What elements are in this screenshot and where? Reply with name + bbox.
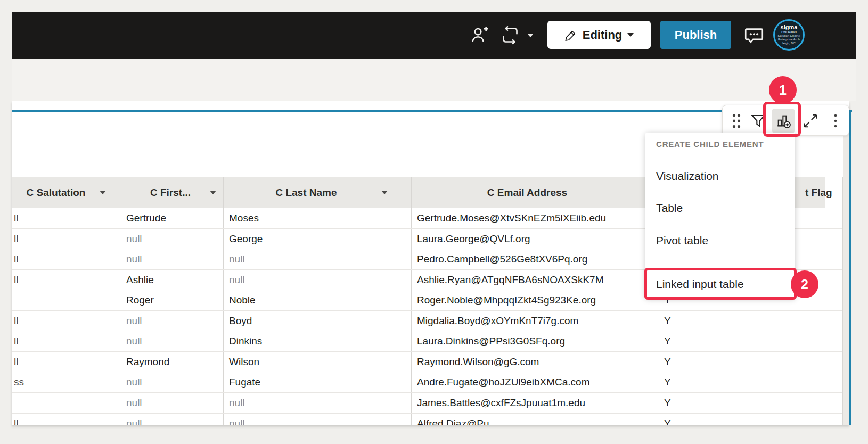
table-cell[interactable]: null (229, 249, 245, 269)
table-cell[interactable]: null (126, 372, 142, 392)
menu-header: CREATE CHILD ELEMENT (656, 137, 764, 152)
annotation-box-create-child (763, 102, 801, 137)
table-cell[interactable]: ll (14, 208, 18, 228)
table-cell[interactable]: ll (14, 249, 18, 269)
table-cell[interactable]: null (126, 331, 142, 351)
table-cell[interactable]: Y (664, 351, 671, 372)
refresh-dropdown-caret[interactable] (525, 12, 536, 59)
comments-button[interactable] (740, 12, 768, 59)
table-cell[interactable]: Y (664, 310, 671, 331)
table-cell[interactable]: Ashlie (126, 269, 154, 290)
table-cell[interactable]: Pedro.Campbell@526Ge8tXV6Pq.org (417, 249, 587, 269)
more-options-button[interactable] (825, 105, 846, 136)
menu-item-pivot-table[interactable]: Pivot table (656, 230, 784, 251)
publish-label: Publish (675, 28, 717, 42)
editing-label: Editing (583, 28, 623, 42)
table-cell[interactable]: Alfred.Diaz@Pu (417, 413, 489, 426)
table-cell[interactable]: Roger.Noble@MhpqqIZkt4Sg923Ke.org (417, 290, 596, 310)
table-cell[interactable]: Wilson (229, 351, 259, 372)
table-cell[interactable]: null (126, 249, 142, 269)
avatar-line2: Solution Engine (777, 34, 800, 38)
drag-handle-icon (732, 113, 741, 129)
table-cell[interactable]: ll (14, 331, 18, 351)
publish-button[interactable]: Publish (660, 21, 731, 49)
table-cell[interactable]: Laura.George@QVLf.org (417, 228, 530, 249)
table-cell[interactable]: George (229, 228, 263, 249)
avatar-line4: leigh, NC (782, 42, 796, 45)
avatar-line3: Enterprise Arch (778, 38, 800, 42)
table-cell[interactable]: ll (14, 269, 18, 290)
table-cell[interactable]: Migdalia.Boyd@xOYmKnT7i7g.com (417, 310, 578, 331)
comments-icon (743, 24, 765, 46)
table-row[interactable]: nullnullJames.Battles@cxfFZsJpuuat1m.edu… (12, 392, 842, 413)
kebab-menu-icon (830, 113, 841, 129)
table-cell[interactable]: Y (664, 372, 671, 392)
table-cell[interactable]: null (126, 310, 142, 331)
table-row[interactable]: ssnullFugateAndre.Fugate@hoJZUl9eibXMCa.… (12, 372, 842, 392)
column-menu-caret-icon[interactable] (210, 191, 216, 194)
table-cell[interactable]: Raymond.Wilson@gG.com (417, 351, 539, 372)
table-cell[interactable]: null (229, 269, 245, 290)
table-cell[interactable]: null (126, 228, 142, 249)
refresh-schedule-button[interactable] (497, 12, 523, 59)
table-row[interactable]: llnullDinkinsLaura.Dinkins@PPsi3G0SFq.or… (12, 331, 842, 351)
annotation-box-linked-input-table (644, 268, 797, 300)
table-row[interactable]: llnullnullAlfred.Diaz@PuY (12, 413, 842, 426)
table-cell[interactable]: Y (664, 392, 671, 413)
row-border (12, 392, 842, 393)
column-border (223, 177, 224, 425)
table-cell[interactable]: null (126, 392, 142, 413)
vertical-scrollbar[interactable] (843, 112, 849, 425)
refresh-icon (499, 24, 521, 46)
column-header-last-name[interactable]: C Last Name (275, 177, 337, 208)
table-cell[interactable]: Y (664, 331, 671, 351)
table-row[interactable]: llRaymondWilsonRaymond.Wilson@gG.comY (12, 351, 842, 372)
table-cell[interactable]: Moses (229, 208, 259, 228)
invite-user-button[interactable] (467, 12, 492, 59)
table-cell[interactable]: ll (14, 351, 18, 372)
table-row[interactable]: llnullBoydMigdalia.Boyd@xOYmKnT7i7g.comY (12, 310, 842, 331)
editing-mode-button[interactable]: Editing (547, 21, 651, 49)
annotation-step-1-number: 1 (779, 83, 787, 98)
menu-item-visualization[interactable]: Visualization (656, 166, 784, 187)
column-header-flag[interactable]: t Flag (805, 177, 832, 208)
column-header-first-name[interactable]: C First... (150, 177, 191, 208)
user-avatar[interactable]: sigma Phil Ballei Solution Engine Enterp… (773, 19, 805, 51)
table-cell[interactable]: Dinkins (229, 331, 262, 351)
table-cell[interactable]: ll (14, 310, 18, 331)
table-cell[interactable]: Andre.Fugate@hoJZUl9eibXMCa.com (417, 372, 589, 392)
row-border (12, 413, 842, 414)
row-border (12, 310, 842, 311)
drag-handle[interactable] (728, 105, 745, 136)
column-border (121, 177, 121, 425)
annotation-step-1: 1 (769, 76, 797, 104)
column-header-salutation[interactable]: C Salutation (27, 177, 86, 208)
table-cell[interactable]: Laura.Dinkins@PPsi3G0SFq.org (417, 331, 565, 351)
table-cell[interactable]: ll (14, 228, 18, 249)
table-cell[interactable]: null (126, 413, 142, 426)
pencil-icon (564, 29, 577, 42)
avatar-brand: sigma (781, 24, 798, 30)
table-cell[interactable]: Noble (229, 290, 256, 310)
element-selection-border-right (849, 110, 851, 425)
table-cell[interactable]: Gertrude.Moses@XtvSKnEZm5lXEiib.edu (417, 208, 606, 228)
table-cell[interactable]: null (229, 413, 245, 426)
table-cell[interactable]: Boyd (229, 310, 252, 331)
table-cell[interactable]: James.Battles@cxfFZsJpuuat1m.edu (417, 392, 585, 413)
table-cell[interactable]: Fugate (229, 372, 260, 392)
column-menu-caret-icon[interactable] (381, 191, 388, 194)
table-cell[interactable]: Gertrude (126, 208, 166, 228)
table-cell[interactable]: null (229, 392, 245, 413)
table-cell[interactable]: Ashlie.Ryan@ATgqNFBA6sNOAXSkK7M (417, 269, 604, 290)
table-cell[interactable]: Y (664, 413, 671, 426)
editing-caret-icon (627, 33, 634, 37)
maximize-button[interactable] (798, 105, 823, 136)
column-menu-caret-icon[interactable] (100, 191, 106, 194)
row-border (12, 372, 842, 372)
column-header-email[interactable]: C Email Address (487, 177, 567, 208)
table-cell[interactable]: Roger (126, 290, 154, 310)
table-cell[interactable]: ll (14, 413, 18, 426)
menu-item-table[interactable]: Table (656, 198, 784, 219)
table-cell[interactable]: Raymond (126, 351, 169, 372)
table-cell[interactable]: ss (14, 372, 24, 392)
